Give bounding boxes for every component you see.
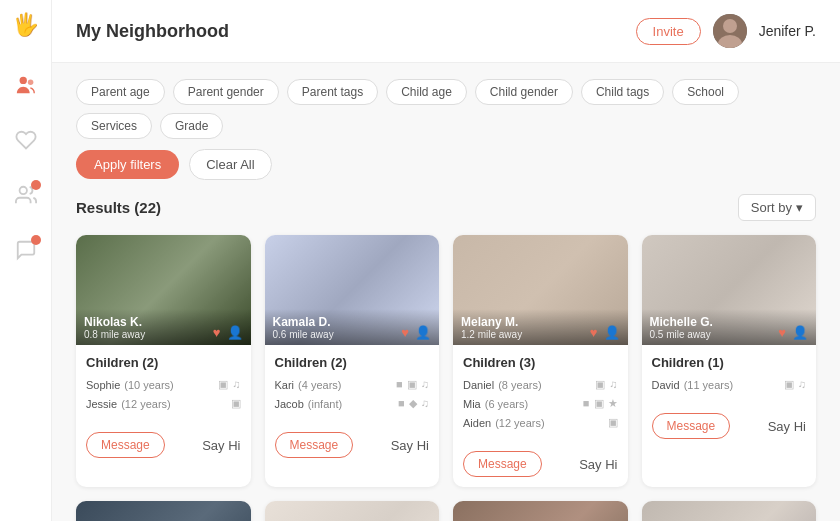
card-image-2: Kamala D. 0.6 mile away♥👤	[265, 235, 440, 345]
card-overlay-1: Nikolas K. 0.8 mile away♥👤	[76, 309, 251, 345]
sort-by-label: Sort by	[751, 200, 792, 215]
child-row: Sophie(10 years)▣♫	[86, 378, 241, 391]
filter-chip-services[interactable]: Services	[76, 113, 152, 139]
child-name: Jacob	[275, 398, 304, 410]
card-footer-3: MessageSay Hi	[453, 443, 628, 487]
person-icon[interactable]: 👤	[792, 325, 808, 340]
card-name-3: Melany M.	[461, 315, 522, 329]
child-name: Kari	[275, 379, 295, 391]
message-button-2[interactable]: Message	[275, 432, 354, 458]
svg-point-0	[19, 77, 26, 84]
apply-filters-button[interactable]: Apply filters	[76, 150, 179, 179]
filter-chip-child-tags[interactable]: Child tags	[581, 79, 664, 105]
card-body-2: Children (2)Kari(4 years)■▣♫Jacob(infant…	[265, 345, 440, 424]
child-icons: ▣♫	[784, 378, 806, 391]
card-image-4: Michelle G. 0.5 mile away♥👤	[642, 235, 817, 345]
results-header: Results (22) Sort by ▾	[76, 194, 816, 221]
child-age: (4 years)	[298, 379, 341, 391]
sidebar-item-favorites[interactable]	[15, 129, 37, 156]
content-area: Parent ageParent genderParent tagsChild …	[52, 63, 840, 521]
filter-chip-parent-tags[interactable]: Parent tags	[287, 79, 378, 105]
card-body-1: Children (2)Sophie(10 years)▣♫Jessie(12 …	[76, 345, 251, 424]
filter-chip-child-gender[interactable]: Child gender	[475, 79, 573, 105]
child-age: (8 years)	[498, 379, 541, 391]
logo: 🖐	[12, 12, 39, 38]
sidebar-item-messages[interactable]	[15, 239, 37, 266]
child-icons: ■◆♫	[398, 397, 429, 410]
heart-icon[interactable]: ♥	[778, 325, 786, 340]
messages-badge	[31, 235, 41, 245]
card-7	[453, 501, 628, 521]
heart-icon[interactable]: ♥	[401, 325, 409, 340]
say-hi-2[interactable]: Say Hi	[391, 438, 429, 453]
card-footer-1: MessageSay Hi	[76, 424, 251, 468]
card-image-5	[76, 501, 251, 521]
invite-button[interactable]: Invite	[636, 18, 701, 45]
heart-icon[interactable]: ♥	[213, 325, 221, 340]
card-overlay-icons-2: ♥👤	[401, 325, 431, 340]
filter-chip-school[interactable]: School	[672, 79, 739, 105]
message-button-1[interactable]: Message	[86, 432, 165, 458]
child-icons: ■▣♫	[396, 378, 429, 391]
filter-chip-parent-age[interactable]: Parent age	[76, 79, 165, 105]
person-icon[interactable]: 👤	[604, 325, 620, 340]
user-name: Jenifer P.	[759, 23, 816, 39]
sort-by-dropdown[interactable]: Sort by ▾	[738, 194, 816, 221]
child-icons: ■▣★	[583, 397, 618, 410]
child-row: Jacob(infant)■◆♫	[275, 397, 430, 410]
card-overlay-2: Kamala D. 0.6 mile away♥👤	[265, 309, 440, 345]
svg-point-2	[19, 187, 26, 194]
card-distance-2: 0.6 mile away	[273, 329, 334, 340]
card-image-6	[265, 501, 440, 521]
message-button-4[interactable]: Message	[652, 413, 731, 439]
card-overlay-icons-1: ♥👤	[213, 325, 243, 340]
say-hi-4[interactable]: Say Hi	[768, 419, 806, 434]
say-hi-1[interactable]: Say Hi	[202, 438, 240, 453]
card-1: Nikolas K. 0.8 mile away♥👤Children (2)So…	[76, 235, 251, 487]
card-body-3: Children (3)Daniel(8 years)▣♫Mia(6 years…	[453, 345, 628, 443]
child-row: David(11 years)▣♫	[652, 378, 807, 391]
sidebar-item-people[interactable]	[15, 184, 37, 211]
person-icon[interactable]: 👤	[415, 325, 431, 340]
child-icons: ▣	[231, 397, 241, 410]
card-5	[76, 501, 251, 521]
person-icon[interactable]: 👤	[227, 325, 243, 340]
filter-chip-grade[interactable]: Grade	[160, 113, 223, 139]
child-name: Sophie	[86, 379, 120, 391]
avatar	[713, 14, 747, 48]
people-badge	[31, 180, 41, 190]
child-age: (12 years)	[121, 398, 171, 410]
card-overlay-icons-3: ♥👤	[590, 325, 620, 340]
page-title: My Neighborhood	[76, 21, 229, 42]
child-row: Aiden(12 years)▣	[463, 416, 618, 429]
say-hi-3[interactable]: Say Hi	[579, 457, 617, 472]
children-label-1: Children (2)	[86, 355, 241, 370]
cards-grid: Nikolas K. 0.8 mile away♥👤Children (2)So…	[76, 235, 816, 521]
card-distance-4: 0.5 mile away	[650, 329, 713, 340]
card-2: Kamala D. 0.6 mile away♥👤Children (2)Kar…	[265, 235, 440, 487]
results-count: Results (22)	[76, 199, 161, 216]
child-name: Mia	[463, 398, 481, 410]
sidebar-item-users[interactable]	[15, 74, 37, 101]
filter-chip-parent-gender[interactable]: Parent gender	[173, 79, 279, 105]
card-8	[642, 501, 817, 521]
card-overlay-4: Michelle G. 0.5 mile away♥👤	[642, 309, 817, 345]
filter-chip-child-age[interactable]: Child age	[386, 79, 467, 105]
child-age: (11 years)	[684, 379, 734, 391]
children-label-2: Children (2)	[275, 355, 430, 370]
header-right: Invite Jenifer P.	[636, 14, 816, 48]
child-icons: ▣♫	[218, 378, 240, 391]
child-icons: ▣	[608, 416, 618, 429]
child-age: (infant)	[308, 398, 342, 410]
clear-all-button[interactable]: Clear All	[189, 149, 271, 180]
card-distance-1: 0.8 mile away	[84, 329, 145, 340]
card-image-8	[642, 501, 817, 521]
card-footer-4: MessageSay Hi	[642, 405, 817, 449]
heart-icon[interactable]: ♥	[590, 325, 598, 340]
card-overlay-3: Melany M. 1.2 mile away♥👤	[453, 309, 628, 345]
child-row: Daniel(8 years)▣♫	[463, 378, 618, 391]
child-name: Aiden	[463, 417, 491, 429]
message-button-3[interactable]: Message	[463, 451, 542, 477]
card-image-3: Melany M. 1.2 mile away♥👤	[453, 235, 628, 345]
card-4: Michelle G. 0.5 mile away♥👤Children (1)D…	[642, 235, 817, 487]
